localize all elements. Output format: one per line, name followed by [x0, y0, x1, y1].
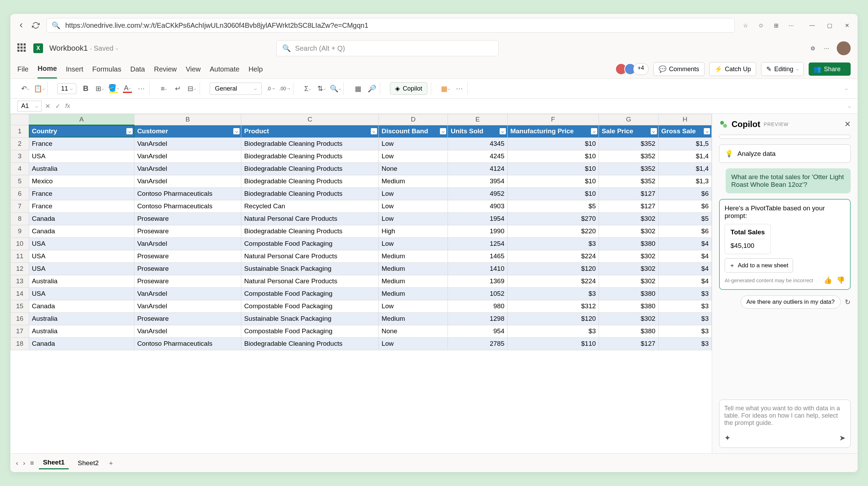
- close-icon[interactable]: ✕: [843, 22, 851, 29]
- row-header[interactable]: 8: [11, 212, 29, 225]
- table-header-cell[interactable]: Product⌵: [241, 125, 379, 137]
- table-header-cell[interactable]: Gross Sale⌵: [658, 125, 711, 137]
- data-cell[interactable]: VanArsdel: [134, 300, 241, 312]
- data-cell[interactable]: Biodegradable Cleaning Products: [241, 225, 379, 237]
- data-cell[interactable]: None: [378, 325, 448, 337]
- row-header[interactable]: 9: [11, 225, 29, 237]
- data-cell[interactable]: Low: [378, 137, 448, 150]
- data-cell[interactable]: Canada: [29, 300, 134, 312]
- borders-icon[interactable]: ⊞⌵: [95, 84, 104, 93]
- row-header[interactable]: 3: [11, 150, 29, 162]
- data-cell[interactable]: Biodegradable Cleaning Products: [241, 187, 379, 200]
- data-cell[interactable]: $224: [507, 250, 599, 262]
- data-cell[interactable]: $110: [507, 337, 599, 350]
- data-cell[interactable]: 4245: [448, 150, 507, 162]
- data-cell[interactable]: 4345: [448, 137, 507, 150]
- data-cell[interactable]: Low: [378, 200, 448, 212]
- row-header[interactable]: 4: [11, 162, 29, 175]
- data-cell[interactable]: $127: [599, 187, 658, 200]
- fill-color-icon[interactable]: 🪣⌵: [109, 84, 118, 93]
- copilot-button[interactable]: ◈Copilot: [390, 82, 427, 95]
- data-cell[interactable]: $4: [658, 262, 711, 275]
- filter-chevron-icon[interactable]: ⌵: [651, 128, 657, 134]
- all-sheets-icon[interactable]: ≡: [30, 459, 34, 467]
- decrease-decimal-icon[interactable]: .0→: [267, 84, 276, 93]
- tab-automate[interactable]: Automate: [210, 60, 240, 78]
- data-cell[interactable]: Biodegradable Cleaning Products: [241, 162, 379, 175]
- data-cell[interactable]: $3: [507, 287, 599, 300]
- addins-icon[interactable]: ▦: [353, 84, 362, 93]
- add-to-sheet-button[interactable]: ＋Add to a new sheet: [725, 258, 793, 273]
- more-formatting-icon[interactable]: ⋯: [137, 84, 146, 93]
- sheet-tab-1[interactable]: Sheet1: [39, 456, 69, 469]
- data-cell[interactable]: $4: [658, 237, 711, 250]
- data-cell[interactable]: VanArsdel: [134, 237, 241, 250]
- data-cell[interactable]: VanArsdel: [134, 137, 241, 150]
- settings-icon[interactable]: ⚙: [809, 44, 817, 52]
- data-cell[interactable]: 1369: [448, 275, 507, 287]
- data-cell[interactable]: $302: [599, 275, 658, 287]
- row-header[interactable]: 10: [11, 237, 29, 250]
- send-icon[interactable]: ➤: [839, 434, 845, 443]
- row-header[interactable]: 15: [11, 300, 29, 312]
- data-cell[interactable]: $224: [507, 275, 599, 287]
- more-icon[interactable]: ⋯: [455, 84, 464, 93]
- filter-chevron-icon[interactable]: ⌵: [440, 128, 446, 134]
- data-cell[interactable]: Low: [378, 337, 448, 350]
- data-cell[interactable]: 3954: [448, 175, 507, 187]
- data-cell[interactable]: Mexico: [29, 175, 134, 187]
- data-cell[interactable]: High: [378, 225, 448, 237]
- share-button[interactable]: 👥Share⌵: [809, 62, 851, 76]
- data-cell[interactable]: Biodegradable Cleaning Products: [241, 150, 379, 162]
- data-cell[interactable]: $1,3: [658, 175, 711, 187]
- maximize-icon[interactable]: ▢: [826, 22, 833, 29]
- comments-button[interactable]: 💬Comments: [653, 62, 704, 76]
- data-cell[interactable]: VanArsdel: [134, 175, 241, 187]
- increase-decimal-icon[interactable]: .00→: [281, 84, 290, 93]
- data-cell[interactable]: Proseware: [134, 250, 241, 262]
- data-cell[interactable]: USA: [29, 250, 134, 262]
- sort-filter-icon[interactable]: ⇅⌵: [317, 84, 326, 93]
- data-cell[interactable]: Biodegradable Cleaning Products: [241, 137, 379, 150]
- star-icon[interactable]: ☆: [742, 22, 749, 29]
- data-cell[interactable]: $4: [658, 250, 711, 262]
- data-cell[interactable]: $302: [599, 250, 658, 262]
- data-cell[interactable]: 1410: [448, 262, 507, 275]
- data-cell[interactable]: USA: [29, 150, 134, 162]
- data-cell[interactable]: 2785: [448, 337, 507, 350]
- data-cell[interactable]: Compostable Food Packaging: [241, 237, 379, 250]
- collapse-ribbon-icon[interactable]: ⌵: [842, 84, 851, 93]
- table-header-cell[interactable]: Sale Price⌵: [599, 125, 658, 137]
- data-cell[interactable]: Canada: [29, 225, 134, 237]
- data-cell[interactable]: $352: [599, 150, 658, 162]
- minimize-icon[interactable]: —: [808, 22, 816, 29]
- filter-chevron-icon[interactable]: ⌵: [126, 128, 133, 134]
- data-cell[interactable]: None: [378, 162, 448, 175]
- table-header-cell[interactable]: Discount Band⌵: [378, 125, 448, 137]
- data-cell[interactable]: Proseware: [134, 262, 241, 275]
- more-icon[interactable]: ⋯: [823, 44, 831, 52]
- thumbs-up-icon[interactable]: 👍: [824, 276, 832, 284]
- data-cell[interactable]: Australia: [29, 275, 134, 287]
- data-cell[interactable]: $6: [658, 225, 711, 237]
- data-cell[interactable]: 1954: [448, 212, 507, 225]
- data-cell[interactable]: $1,4: [658, 162, 711, 175]
- add-sheet-icon[interactable]: ＋: [108, 459, 114, 468]
- data-cell[interactable]: $3: [658, 337, 711, 350]
- data-cell[interactable]: $10: [507, 175, 599, 187]
- data-cell[interactable]: Canada: [29, 212, 134, 225]
- table-header-cell[interactable]: Customer⌵: [134, 125, 241, 137]
- data-cell[interactable]: $6: [658, 200, 711, 212]
- data-cell[interactable]: $3: [658, 300, 711, 312]
- row-header[interactable]: 7: [11, 200, 29, 212]
- find-icon[interactable]: 🔍⌵: [331, 84, 340, 93]
- row-header[interactable]: 11: [11, 250, 29, 262]
- data-cell[interactable]: $3: [507, 325, 599, 337]
- data-cell[interactable]: 954: [448, 325, 507, 337]
- data-cell[interactable]: $4: [658, 275, 711, 287]
- data-cell[interactable]: Australia: [29, 312, 134, 325]
- search-input[interactable]: 🔍 Search (Alt + Q): [276, 40, 499, 56]
- table-header-cell[interactable]: Units Sold⌵: [448, 125, 507, 137]
- data-cell[interactable]: Low: [378, 212, 448, 225]
- data-cell[interactable]: Proseware: [134, 275, 241, 287]
